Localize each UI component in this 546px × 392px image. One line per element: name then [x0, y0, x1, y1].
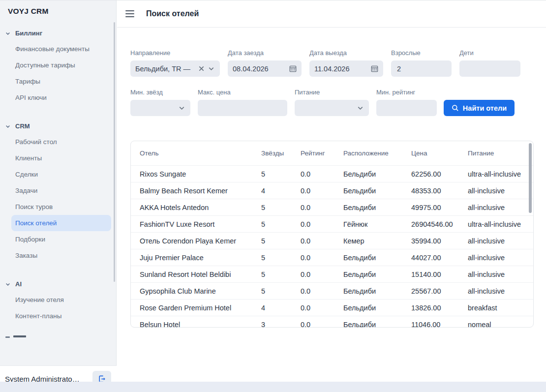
table-cell: 15140.00	[411, 271, 468, 278]
table-cell: 3	[261, 321, 301, 328]
table-row[interactable]: Rixos Sungate50.0Бельдиби62256.00ultra-a…	[131, 165, 533, 182]
column-header: Цена	[411, 150, 468, 157]
table-cell: 25567.00	[411, 287, 468, 295]
sidebar-item-api-keys[interactable]: API ключи	[11, 90, 111, 106]
destination-combobox[interactable]: Бельдиби, TR —	[130, 60, 220, 77]
children-field[interactable]	[464, 60, 516, 77]
table-cell: 11046.00	[411, 321, 468, 328]
checkin-date-input[interactable]: 08.04.2026	[228, 60, 302, 77]
table-row[interactable]: Отель Corendon Playa Kemer50.0Кемер35994…	[131, 232, 533, 249]
max-price-field[interactable]	[203, 100, 282, 116]
checkout-date-value: 11.04.2026	[314, 65, 368, 73]
table-cell: all-inclusive	[468, 187, 533, 195]
search-hotels-label: Найти отели	[463, 104, 507, 112]
children-label: Дети	[459, 49, 520, 57]
destination-label: Направление	[130, 49, 220, 57]
table-cell: all-inclusive	[468, 254, 533, 262]
window-bottom-strip	[0, 382, 546, 392]
section-label: CRM	[15, 122, 30, 130]
column-header: Рейтинг	[301, 150, 343, 157]
table-cell: 4	[261, 304, 301, 312]
sidebar-item-available-tariffs[interactable]: Доступные тарифы	[11, 57, 111, 73]
adults-input[interactable]	[391, 60, 452, 77]
table-row[interactable]: AKKA Hotels Antedon50.0Бельдиби49975.00a…	[131, 199, 533, 215]
table-cell: 48353.00	[411, 187, 468, 195]
sidebar-section-clipped	[0, 335, 116, 339]
app-window: VOYJ CRM БиллингФинансовые документыДост…	[0, 0, 546, 392]
table-cell: 44027.00	[411, 254, 468, 262]
table-cell: FashionTV Luxe Resort	[140, 220, 261, 228]
table-row[interactable]: Balmy Beach Resort Kemer40.0Бельдиби4835…	[131, 182, 533, 199]
chevron-down-icon[interactable]	[357, 104, 364, 112]
chevron-down-icon	[5, 336, 10, 338]
chevron-down-icon	[5, 123, 11, 129]
children-input[interactable]	[459, 60, 520, 77]
sidebar-item-clients[interactable]: Клиенты	[11, 150, 111, 166]
adults-field[interactable]	[396, 60, 447, 77]
sidebar-item-finance-documents[interactable]: Финансовые документы	[11, 41, 111, 57]
table-row[interactable]: Belsun Hotel30.0Бельдиби11046.00nomeal	[131, 316, 533, 328]
table-cell: Бельдиби	[343, 304, 411, 312]
clipped-section-label	[13, 335, 26, 337]
search-hotels-button[interactable]: Найти отели	[444, 100, 515, 116]
checkin-date-value: 08.04.2026	[233, 65, 286, 73]
chevron-down-icon[interactable]	[208, 65, 215, 72]
max-price-input[interactable]	[198, 100, 287, 116]
table-cell: Juju Premier Palace	[140, 254, 261, 262]
chevron-down-icon	[5, 281, 11, 287]
table-row[interactable]: Gypsophila Club Marine50.0Бельдиби25567.…	[131, 282, 533, 299]
meal-select[interactable]	[295, 100, 369, 116]
sidebar-item-hotel-search[interactable]: Поиск отелей	[11, 215, 111, 231]
section-label: Биллинг	[15, 30, 42, 37]
hamburger-menu-button[interactable]	[125, 10, 135, 17]
clear-destination-icon[interactable]	[198, 65, 205, 72]
min-rating-label: Мин. рейтинг	[376, 89, 437, 96]
sidebar-item-desktop[interactable]: Рабочий стол	[11, 134, 111, 150]
sidebar-section-crm[interactable]: CRM	[0, 119, 116, 134]
meal-label: Питание	[295, 89, 369, 96]
table-cell: 26904546.00	[411, 220, 468, 228]
table-cell: Бельдиби	[343, 287, 411, 295]
min-rating-input[interactable]	[376, 100, 437, 116]
sidebar-section-ai[interactable]: AI	[0, 276, 116, 292]
table-row[interactable]: FashionTV Luxe Resort50.0Гёйнюк26904546.…	[131, 215, 533, 232]
sidebar-item-tariffs[interactable]: Тарифы	[11, 73, 111, 90]
table-cell: all-inclusive	[468, 204, 533, 211]
sidebar-nav: БиллингФинансовые документыДоступные тар…	[0, 19, 116, 324]
search-icon	[452, 104, 459, 112]
sidebar-item-tasks[interactable]: Задачи	[11, 182, 111, 199]
table-cell: Balmy Beach Resort Kemer	[140, 187, 261, 195]
table-cell: all-inclusive	[468, 237, 533, 245]
min-stars-label: Мин. звёзд	[130, 89, 190, 96]
min-stars-select[interactable]	[130, 100, 190, 116]
column-header: Звёзды	[261, 150, 301, 157]
sidebar-item-content-plans[interactable]: Контент-планы	[11, 308, 111, 324]
table-cell: Бельдиби	[343, 170, 411, 178]
sidebar-item-orders[interactable]: Заказы	[11, 247, 111, 264]
calendar-icon[interactable]	[289, 65, 297, 72]
checkin-date-label: Дата заезда	[228, 49, 302, 57]
topbar: Поиск отелей	[117, 0, 546, 28]
search-filters: Направление Бельдиби, TR — Дата заезда	[117, 28, 546, 116]
min-rating-field[interactable]	[381, 100, 432, 116]
table-cell: 0.0	[301, 237, 343, 245]
sidebar-scrollbar[interactable]	[114, 22, 115, 282]
chevron-down-icon[interactable]	[178, 104, 185, 112]
table-scrollbar[interactable]	[529, 143, 532, 213]
checkout-date-input[interactable]: 11.04.2026	[309, 60, 383, 77]
sidebar-item-deals[interactable]: Сделки	[11, 166, 111, 182]
table-row[interactable]: Juju Premier Palace50.0Бельдиби44027.00a…	[131, 249, 533, 266]
calendar-icon[interactable]	[371, 65, 378, 72]
sidebar-item-collections[interactable]: Подборки	[11, 231, 111, 247]
sidebar-item-tour-search[interactable]: Поиск туров	[11, 199, 111, 215]
table-row[interactable]: Sunland Resort Hotel Beldibi50.0Бельдиби…	[131, 266, 533, 282]
sidebar-item-hotel-research[interactable]: Изучение отеля	[11, 292, 111, 308]
column-header: Расположение	[343, 150, 411, 157]
table-cell: Бельдиби	[343, 204, 411, 211]
page-title: Поиск отелей	[146, 9, 199, 18]
section-label: AI	[15, 280, 22, 288]
table-row[interactable]: Rose Garden Premium Hotel40.0Бельдиби138…	[131, 299, 533, 316]
table-cell: Sunland Resort Hotel Beldibi	[140, 271, 261, 278]
chevron-down-icon	[5, 30, 11, 36]
sidebar-section-billing[interactable]: Биллинг	[0, 26, 116, 41]
